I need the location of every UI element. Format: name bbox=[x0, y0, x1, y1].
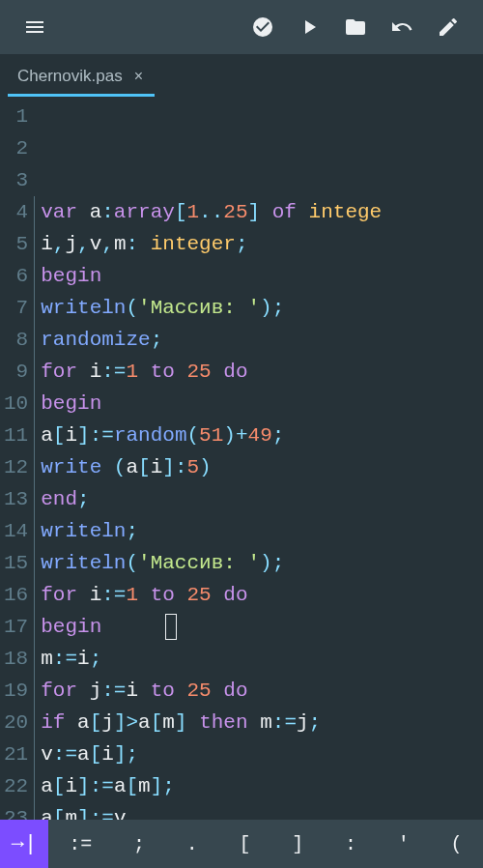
symbol-key[interactable]: ; bbox=[126, 833, 153, 855]
undo-icon[interactable] bbox=[383, 8, 421, 46]
code-line[interactable]: var a:array[1..25] of intege bbox=[34, 196, 483, 228]
line-number: 19 bbox=[4, 675, 28, 707]
line-number: 10 bbox=[4, 388, 28, 420]
symbol-keys: :=;.[]:'( bbox=[48, 820, 483, 868]
code-line[interactable]: a[i]:=a[m]; bbox=[34, 770, 483, 802]
symbol-key[interactable]: . bbox=[179, 833, 206, 855]
symbol-key[interactable]: ] bbox=[284, 833, 311, 855]
line-number: 22 bbox=[4, 770, 28, 802]
code-line[interactable]: writeln('Массив: '); bbox=[34, 292, 483, 324]
code-line[interactable]: begin bbox=[34, 611, 483, 643]
file-tab[interactable]: Chernovik.pas × bbox=[8, 57, 155, 97]
symbol-key[interactable]: : bbox=[337, 833, 364, 855]
line-number: 20 bbox=[4, 707, 28, 738]
code-line[interactable]: begin bbox=[34, 388, 483, 420]
menu-icon[interactable] bbox=[15, 8, 54, 46]
line-number: 6 bbox=[4, 260, 28, 292]
symbol-bar: →| :=;.[]:'( bbox=[0, 820, 483, 868]
edit-icon[interactable] bbox=[429, 8, 468, 46]
code-area[interactable]: var a:array[1..25] of integei,j,v,m: int… bbox=[34, 101, 483, 820]
code-line[interactable]: writeln; bbox=[34, 515, 483, 547]
folder-icon[interactable] bbox=[336, 8, 375, 46]
line-gutter: 1234567891011121314151617181920212223 bbox=[0, 101, 34, 820]
code-line[interactable]: m:=i; bbox=[34, 643, 483, 675]
tab-bar: Chernovik.pas × bbox=[0, 54, 483, 97]
code-editor[interactable]: 1234567891011121314151617181920212223 va… bbox=[0, 97, 483, 820]
code-line[interactable]: if a[j]>a[m] then m:=j; bbox=[34, 707, 483, 738]
code-line[interactable]: write (a[i]:5) bbox=[34, 451, 483, 483]
code-line[interactable]: for i:=1 to 25 do bbox=[34, 356, 483, 388]
line-number: 12 bbox=[4, 451, 28, 483]
code-line[interactable]: for i:=1 to 25 do bbox=[34, 579, 483, 611]
line-number: 16 bbox=[4, 579, 28, 611]
code-line[interactable]: randomize; bbox=[34, 324, 483, 356]
check-icon[interactable] bbox=[243, 8, 282, 46]
symbol-key[interactable]: ( bbox=[443, 833, 470, 855]
close-icon[interactable]: × bbox=[134, 68, 143, 85]
symbol-key[interactable]: ' bbox=[390, 833, 417, 855]
line-number: 21 bbox=[4, 738, 28, 770]
line-number: 8 bbox=[4, 324, 28, 356]
line-number: 2 bbox=[4, 132, 28, 164]
line-number: 4 bbox=[4, 196, 28, 228]
line-number: 7 bbox=[4, 292, 28, 324]
line-number: 15 bbox=[4, 547, 28, 579]
code-line[interactable]: a[m]:=v bbox=[34, 802, 483, 820]
code-line[interactable]: a[i]:=random(51)+49; bbox=[34, 420, 483, 451]
line-number: 1 bbox=[4, 101, 28, 132]
code-line[interactable]: v:=a[i]; bbox=[34, 738, 483, 770]
line-number: 17 bbox=[4, 611, 28, 643]
line-number: 9 bbox=[4, 356, 28, 388]
line-number: 3 bbox=[4, 164, 28, 196]
line-number: 11 bbox=[4, 420, 28, 451]
code-line[interactable]: end; bbox=[34, 483, 483, 515]
code-line[interactable]: i,j,v,m: integer; bbox=[34, 228, 483, 260]
play-icon[interactable] bbox=[290, 8, 328, 46]
line-number: 18 bbox=[4, 643, 28, 675]
toolbar bbox=[0, 0, 483, 54]
line-number: 13 bbox=[4, 483, 28, 515]
line-number: 23 bbox=[4, 802, 28, 820]
line-number: 5 bbox=[4, 228, 28, 260]
code-line[interactable]: writeln('Массив: '); bbox=[34, 547, 483, 579]
code-line[interactable]: begin bbox=[34, 260, 483, 292]
symbol-key[interactable]: := bbox=[61, 833, 99, 855]
tab-filename: Chernovik.pas bbox=[17, 67, 123, 86]
tab-key[interactable]: →| bbox=[0, 820, 48, 868]
code-line[interactable]: for j:=i to 25 do bbox=[34, 675, 483, 707]
line-number: 14 bbox=[4, 515, 28, 547]
symbol-key[interactable]: [ bbox=[232, 833, 259, 855]
